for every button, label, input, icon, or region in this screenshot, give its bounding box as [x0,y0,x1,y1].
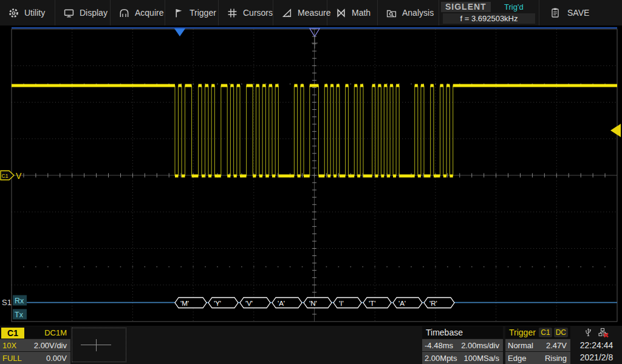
add-channel-placeholder[interactable] [72,328,126,362]
decode-frame: 'N' [304,298,332,308]
menu-cursors-label: Cursors [243,8,273,18]
siglent-logo: SIGLENT [441,2,491,12]
decode-frame: 'A' [393,298,422,308]
trigger-title: Trigger [509,328,536,337]
channel1-bandwidth: FULL [2,354,22,363]
decode-frame: 'M' [175,298,207,308]
timebase-box[interactable]: Timebase -4.48ms2.00ms/div 2.00Mpts100MS… [422,326,503,364]
menu-measure[interactable]: Measure [273,0,327,25]
timebase-delay: -4.48ms [425,341,453,350]
rx-badge[interactable]: Rx [13,295,27,306]
flag-icon [174,8,184,18]
svg-text:'I': 'I' [339,300,344,307]
status-area: 22:24:44 2021/2/8 [571,326,622,363]
decode-frame: 'V' [240,298,270,308]
channel1-coupling: DC1M [44,328,70,337]
lan-error-icon [598,328,609,338]
memory-depth: 2.00Mpts [425,354,457,363]
channel1-offset: 0.00V [46,354,67,363]
measure-icon [282,8,292,18]
svg-text:V: V [16,171,22,181]
save-button[interactable]: SAVE [539,0,622,25]
svg-text:Rx: Rx [15,297,24,305]
decode-frame: 'Y' [208,298,238,308]
svg-text:C1: C1 [2,173,9,179]
timebase-scale: 2.00ms/div [461,341,499,350]
trigger-type: Edge [508,354,526,363]
clipboard-icon [550,7,560,18]
menu-display[interactable]: Display [55,0,111,25]
acquire-icon [119,8,129,18]
menu-analysis[interactable]: Analysis [378,0,439,25]
graticule [12,28,617,322]
trigger-mode: Normal [508,341,533,350]
trigger-coupling-badge: DC [554,328,568,337]
gear-icon [9,8,19,18]
menu-cursors[interactable]: Cursors [219,0,273,25]
svg-text:'N': 'N' [309,300,317,307]
svg-text:'A': 'A' [398,300,406,307]
save-label: SAVE [567,8,589,18]
timebase-title: Timebase [422,326,503,339]
trigger-level: 2.47V [546,341,567,350]
svg-text:'M': 'M' [180,300,189,307]
menu-math-label: Math [352,8,371,18]
decode-bus: S1RxTx'M''Y''V''A''N''I''T''A''R' [2,295,617,320]
svg-text:'T': 'T' [369,300,375,307]
menu-display-label: Display [80,8,108,18]
svg-text:'R': 'R' [429,300,437,307]
brand-block: SIGLENT Trig'd f = 3.692503kHz [439,0,539,25]
menu-utility[interactable]: Utility [0,0,55,25]
math-icon [336,8,346,18]
menu-trigger-label: Trigger [190,8,216,18]
menu-bar: Utility Display Acquire Trigger Cursors … [0,0,622,25]
svg-text:Tx: Tx [15,311,24,319]
menu-analysis-label: Analysis [402,8,434,18]
trigger-level-marker[interactable] [610,124,621,137]
bottom-bar: C1 DC1M 10X2.00V/div FULL0.00V Timebase … [0,326,622,364]
channel1-info-box[interactable]: C1 DC1M 10X2.00V/div FULL0.00V [0,326,70,364]
display-icon [64,8,74,18]
decode-frame: 'I' [333,298,361,308]
menu-trigger[interactable]: Trigger [165,0,219,25]
svg-text:'Y': 'Y' [214,300,221,307]
markers: C1V [1,29,621,181]
bus-label: S1 [2,298,12,307]
scope-display: C1VS1RxTx'M''Y''V''A''N''I''T''A''R' [0,0,622,364]
channel1-badge: C1 [1,328,24,339]
svg-text:'A': 'A' [278,300,285,307]
trigger-source-badge: C1 [539,328,552,337]
svg-text:'V': 'V' [245,300,253,307]
analysis-icon [386,8,397,18]
menu-measure-label: Measure [298,8,330,18]
cursors-icon [227,8,238,18]
frequency-readout: f = 3.692503kHz [443,13,535,24]
menu-acquire[interactable]: Acquire [111,0,165,25]
menu-acquire-label: Acquire [135,8,163,18]
trigger-box[interactable]: Trigger C1 DC Normal2.47V EdgeRising [505,326,570,364]
channel1-scale: 2.00V/div [34,341,67,350]
trigger-status-badge: Trig'd [491,2,537,12]
menu-utility-label: Utility [24,8,45,18]
clock-time: 22:24:44 [571,339,622,351]
tx-badge[interactable]: Tx [13,309,27,320]
decode-frame: 'T' [363,298,391,308]
channel1-attenuation: 10X [2,341,16,350]
trigger-slope: Rising [545,354,567,363]
decode-frame: 'A' [272,298,302,308]
usb-icon [584,328,593,338]
clock-date: 2021/2/8 [571,351,622,363]
sample-rate: 100MSa/s [463,354,499,363]
decode-frame: 'R' [424,298,454,308]
trigger-position-marker[interactable] [174,29,185,36]
menu-math[interactable]: Math [327,0,378,25]
